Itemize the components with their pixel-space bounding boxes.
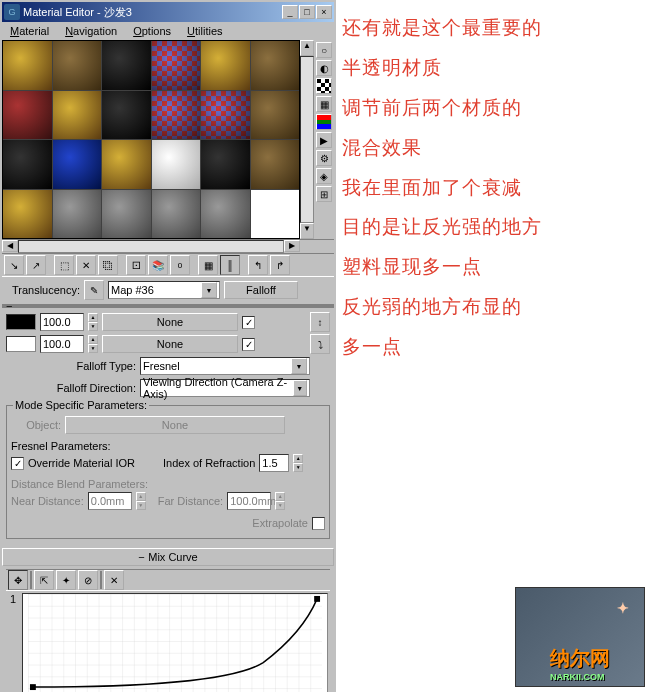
- falloff-type-dropdown[interactable]: Fresnel: [140, 357, 310, 375]
- sample-slots-area: ▲ ▼ ○ ◐ ▦ ▶ ⚙ ◈ ⊞: [2, 40, 334, 239]
- sample-type-button[interactable]: ○: [316, 42, 332, 58]
- sample-slot[interactable]: [3, 91, 52, 140]
- sample-slot[interactable]: [3, 41, 52, 90]
- object-label: Object:: [11, 419, 61, 431]
- annotation-line: 半透明材质: [342, 48, 644, 88]
- spinner-arrows[interactable]: ▲▼: [88, 335, 98, 353]
- sample-slot[interactable]: [102, 41, 151, 90]
- show-end-result-button[interactable]: ║: [220, 255, 240, 275]
- put-to-scene-button[interactable]: ↗: [26, 255, 46, 275]
- make-unique-button[interactable]: ⚀: [126, 255, 146, 275]
- spinner-arrows[interactable]: ▲▼: [88, 313, 98, 331]
- title-bar[interactable]: G Material Editor - 沙发3 _ □ ×: [2, 2, 334, 22]
- sample-slot[interactable]: [152, 190, 201, 239]
- sample-slot[interactable]: [152, 140, 201, 189]
- map-name-dropdown[interactable]: Map #36: [108, 281, 220, 299]
- menu-bar: Material Navigation Options Utilities: [2, 22, 334, 40]
- sample-slot-selected[interactable]: [251, 190, 300, 239]
- sample-slot[interactable]: [251, 41, 300, 90]
- color1-amount-spinner[interactable]: 100.0: [40, 313, 84, 331]
- curve-delete-point-button[interactable]: ⊘: [78, 570, 98, 590]
- app-icon: G: [4, 4, 20, 20]
- go-to-parent-button[interactable]: ↰: [248, 255, 268, 275]
- go-forward-button[interactable]: ↱: [270, 255, 290, 275]
- override-ior-checkbox[interactable]: ✓: [11, 457, 24, 470]
- near-distance-label: Near Distance:: [11, 495, 84, 507]
- sample-slot[interactable]: [152, 91, 201, 140]
- ior-spinner[interactable]: 1.5: [259, 454, 289, 472]
- minimize-button[interactable]: _: [282, 5, 298, 19]
- sample-slot[interactable]: [201, 91, 250, 140]
- sample-slot[interactable]: [53, 190, 102, 239]
- swap-colors-button[interactable]: ↕: [310, 312, 330, 332]
- material-id-button[interactable]: 0: [170, 255, 190, 275]
- sample-slot[interactable]: [102, 91, 151, 140]
- sample-slot[interactable]: [3, 190, 52, 239]
- sample-slot[interactable]: [102, 140, 151, 189]
- sample-slot[interactable]: [53, 140, 102, 189]
- menu-navigation[interactable]: Navigation: [57, 23, 125, 39]
- curve-icon-button[interactable]: ⤵: [310, 334, 330, 354]
- sample-slot[interactable]: [251, 91, 300, 140]
- menu-options[interactable]: Options: [125, 23, 179, 39]
- assign-to-selection-button[interactable]: ⬚: [54, 255, 74, 275]
- curve-scale-button[interactable]: ⇱: [34, 570, 54, 590]
- sample-scrollbar-horizontal[interactable]: ◀ ▶: [2, 239, 334, 253]
- color2-amount-spinner[interactable]: 100.0: [40, 335, 84, 353]
- map-type-button[interactable]: Falloff: [224, 281, 298, 299]
- color1-enable-checkbox[interactable]: ✓: [242, 316, 255, 329]
- make-preview-button[interactable]: ▶: [316, 132, 332, 148]
- color2-map-button[interactable]: None: [102, 335, 238, 353]
- watermark-logo: 纳尔网 NARKII.COM: [515, 587, 645, 687]
- falloff-type-label: Falloff Type:: [6, 360, 136, 372]
- spinner-arrows[interactable]: ▲▼: [293, 454, 303, 472]
- reset-button[interactable]: ✕: [76, 255, 96, 275]
- sample-slot[interactable]: [201, 41, 250, 90]
- make-copy-button[interactable]: ⿻: [98, 255, 118, 275]
- show-in-viewport-button[interactable]: ▦: [198, 255, 218, 275]
- backlight-button[interactable]: ◐: [316, 60, 332, 76]
- sample-scrollbar-vertical[interactable]: ▲ ▼: [300, 40, 314, 239]
- video-check-button[interactable]: [316, 114, 332, 130]
- color1-swatch[interactable]: [6, 314, 36, 330]
- annotation-line: 混合效果: [342, 128, 644, 168]
- translucency-row: Translucency: ✎ Map #36 Falloff: [6, 279, 330, 301]
- curve-move-button[interactable]: ✥: [8, 570, 28, 590]
- sample-slot[interactable]: [53, 91, 102, 140]
- mix-curve-graph[interactable]: [22, 593, 328, 692]
- object-pick-button: None: [65, 416, 285, 434]
- sample-slot[interactable]: [201, 140, 250, 189]
- sample-uv-button[interactable]: ▦: [316, 96, 332, 112]
- curve-add-point-button[interactable]: ✦: [56, 570, 76, 590]
- sample-slot[interactable]: [53, 41, 102, 90]
- falloff-color2-row: 100.0 ▲▼ None ✓ ⤵: [6, 333, 330, 355]
- pick-map-button[interactable]: ✎: [84, 280, 104, 300]
- mix-curve-rollout[interactable]: Mix Curve: [2, 548, 334, 566]
- material-map-navigator-button[interactable]: ⊞: [316, 186, 332, 202]
- curve-reset-button[interactable]: ✕: [104, 570, 124, 590]
- override-ior-label: Override Material IOR: [28, 457, 135, 469]
- annotation-line: 还有就是这个最重要的: [342, 8, 644, 48]
- material-editor-window: G Material Editor - 沙发3 _ □ × Material N…: [0, 0, 336, 692]
- menu-utilities[interactable]: Utilities: [179, 23, 230, 39]
- sample-slot[interactable]: [152, 41, 201, 90]
- sample-slot[interactable]: [201, 190, 250, 239]
- options-button[interactable]: ⚙: [316, 150, 332, 166]
- sample-slot[interactable]: [102, 190, 151, 239]
- mode-specific-group: Mode Specific Parameters: Object: None F…: [6, 405, 330, 539]
- color2-swatch[interactable]: [6, 336, 36, 352]
- put-to-library-button[interactable]: 📚: [148, 255, 168, 275]
- ior-label: Index of Refraction: [163, 457, 255, 469]
- color2-enable-checkbox[interactable]: ✓: [242, 338, 255, 351]
- background-button[interactable]: [316, 78, 332, 94]
- sample-slot[interactable]: [3, 140, 52, 189]
- close-button[interactable]: ×: [316, 5, 332, 19]
- color1-map-button[interactable]: None: [102, 313, 238, 331]
- select-by-material-button[interactable]: ◈: [316, 168, 332, 184]
- sample-slot[interactable]: [251, 140, 300, 189]
- maximize-button[interactable]: □: [299, 5, 315, 19]
- menu-material[interactable]: Material: [2, 23, 57, 39]
- sample-side-toolbar: ○ ◐ ▦ ▶ ⚙ ◈ ⊞: [314, 40, 334, 239]
- get-material-button[interactable]: ↘: [4, 255, 24, 275]
- falloff-direction-dropdown[interactable]: Viewing Direction (Camera Z-Axis): [140, 379, 310, 397]
